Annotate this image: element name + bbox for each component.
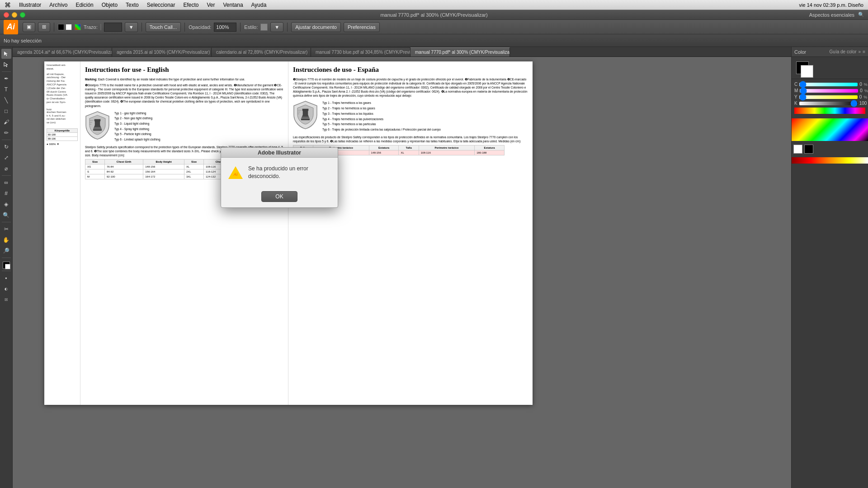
tab-1-label: agenda 2015.ai al 100% (CMYK/Previsualiz… (117, 50, 210, 55)
touch-call-btn[interactable]: Touch Call... (146, 22, 181, 32)
tool-separator-6 (2, 271, 11, 271)
bg-color-swatch[interactable] (801, 65, 813, 78)
ajustar-btn[interactable]: Ajustar documento (291, 22, 341, 32)
ai-logo: Ai (4, 20, 18, 34)
none-mode-btn[interactable]: ☒ (1, 295, 11, 305)
mesh-tool[interactable]: # (1, 188, 11, 198)
tab-3[interactable]: manual 7730 blue.pdf al 304,85% (CMYK/Pr… (311, 47, 410, 56)
gradient-mode-btn[interactable]: ◐ (1, 284, 11, 294)
dialog-message: Se ha producido un error desconocido. (248, 165, 330, 180)
color-spectrum[interactable] (794, 108, 865, 114)
view-mode-btn[interactable]: ▣ (23, 22, 35, 32)
tab-3-label: manual 7730 blue.pdf al 304,85% (CMYK/Pr… (316, 50, 410, 55)
dialog-titlebar: Adobe Illustrator (221, 148, 338, 158)
dialog-title: Adobe Illustrator (258, 150, 301, 156)
style-swatch[interactable] (260, 23, 268, 31)
tab-0[interactable]: agenda 2014.ai* al 66,67% (CMYK/Previsua… (13, 47, 112, 56)
canvas-area[interactable]: agenda 2014.ai* al 66,67% (CMYK/Previsua… (13, 47, 791, 488)
tab-bar: agenda 2014.ai* al 66,67% (CMYK/Previsua… (13, 47, 791, 57)
direct-selection-tool[interactable] (1, 60, 11, 70)
hand-tool[interactable]: ✋ (1, 235, 11, 245)
canvas-content[interactable]: Innenetikett ent-eteiet. all mit Kapuze,… (13, 57, 791, 488)
white-swatch[interactable] (793, 145, 802, 154)
stroke-swatch[interactable] (58, 24, 64, 30)
color-mode-btn[interactable]: ● (1, 273, 11, 283)
window-controls[interactable] (4, 12, 25, 18)
y-slider[interactable] (799, 95, 858, 99)
estilo-label: Estilo: (244, 24, 258, 30)
tab-4-label: manual 7770.pdf* al 300% (CMYK/Previsual… (415, 50, 510, 55)
tab-1[interactable]: agenda 2015.ai al 100% (CMYK/Previsualiz… (112, 47, 212, 56)
panel-menu-btn[interactable]: ≡ (863, 49, 865, 54)
m-slider[interactable] (800, 89, 858, 93)
opacidad-input[interactable] (214, 23, 236, 32)
selection-tool[interactable] (1, 49, 11, 59)
panel-expand-btn[interactable]: » (859, 49, 861, 54)
c-slider[interactable] (799, 83, 858, 86)
search-icon[interactable]: 🔍 (858, 12, 864, 18)
tool-separator-1 (2, 71, 11, 72)
error-dialog: Adobe Illustrator Ai Se ha producido un … (221, 147, 338, 208)
menu-efecto[interactable]: Efecto (183, 2, 198, 8)
options-bar: No hay selección (0, 34, 868, 47)
k-slider[interactable] (799, 102, 858, 105)
scale-tool[interactable]: ⤢ (1, 153, 11, 163)
color-gradient-bar[interactable] (792, 157, 868, 164)
zoom-tool[interactable]: 🔎 (1, 246, 11, 256)
preferencias-btn[interactable]: Preferencias (344, 22, 380, 32)
menu-ver[interactable]: Ver (207, 2, 215, 8)
fill-color-swatch[interactable] (3, 262, 10, 269)
menu-texto[interactable]: Texto (126, 2, 139, 8)
minimize-button[interactable] (12, 12, 17, 18)
color-picker-gradient[interactable] (792, 118, 868, 141)
paintbrush-tool[interactable]: 🖌 (1, 117, 11, 127)
eyedropper-tool[interactable]: 🔍 (1, 210, 11, 220)
rect-tool[interactable]: □ (1, 106, 11, 116)
pencil-tool[interactable]: ✏ (1, 128, 11, 138)
gradient-tool[interactable]: ◈ (1, 199, 11, 209)
separator-4 (240, 23, 241, 32)
rotate-tool[interactable]: ↻ (1, 142, 11, 152)
style-selector[interactable]: ▼ (270, 22, 283, 32)
arrange-btn[interactable]: ⊞ (38, 22, 50, 32)
fill-swatch[interactable] (66, 24, 72, 30)
menu-edicion[interactable]: Edición (75, 2, 93, 8)
m-label: M (794, 88, 798, 93)
warp-tool[interactable]: ⌀ (1, 164, 11, 174)
separator-2 (142, 23, 142, 32)
menu-ayuda[interactable]: Ayuda (251, 2, 267, 8)
apple-menu[interactable]: ⌘ (5, 1, 11, 9)
color-panel-title: Color (794, 49, 824, 55)
panel-header: Color Guía de color » ≡ (792, 47, 868, 57)
tab-4[interactable]: manual 7770.pdf* al 300% (CMYK/Previsual… (410, 47, 510, 56)
main-toolbar: Ai ▣ ⊞ Trazo: ▼ Touch Call... Opacidad: … (0, 20, 868, 34)
line-tool[interactable]: ╲ (1, 95, 11, 105)
menu-seleccionar[interactable]: Seleccionar (147, 2, 175, 8)
stroke-width-input[interactable] (104, 23, 122, 32)
menu-objeto[interactable]: Objeto (102, 2, 118, 8)
menubar-right: vie 14 nov 02:39 p.m. Diseño (799, 2, 863, 8)
scissors-tool[interactable]: ✂ (1, 224, 11, 234)
cmyk-panel: C 0 % M 0 % Y 0 % K 100 % (792, 79, 868, 117)
maximize-button[interactable] (20, 12, 25, 18)
separator-1 (54, 23, 54, 32)
menu-illustrator[interactable]: Illustrator (19, 2, 41, 8)
close-button[interactable] (4, 12, 9, 18)
dialog-ok-button[interactable]: OK (261, 191, 297, 202)
right-panel: Color Guía de color » ≡ C 0 % M 0 (791, 47, 868, 488)
tool-separator-2 (2, 140, 11, 140)
tab-2[interactable]: calendario.ai al 72,89% (CMYK/Previsuali… (212, 47, 311, 56)
k-value: 100 (859, 101, 867, 106)
bw-swatches (792, 143, 868, 155)
menu-archivo[interactable]: Archivo (49, 2, 67, 8)
stroke-selector[interactable]: ▼ (125, 22, 138, 32)
menu-ventana[interactable]: Ventana (223, 2, 243, 8)
y-label: Y (794, 94, 797, 99)
tool-separator-5 (2, 258, 11, 258)
color-btn[interactable] (75, 24, 81, 30)
black-swatch[interactable] (804, 145, 813, 154)
type-tool[interactable]: T (1, 84, 11, 94)
pen-tool[interactable]: ✒ (1, 74, 11, 84)
tab-2-label: calendario.ai al 72,89% (CMYK/Previsuali… (216, 50, 307, 55)
blend-tool[interactable]: ∞ (1, 178, 11, 188)
